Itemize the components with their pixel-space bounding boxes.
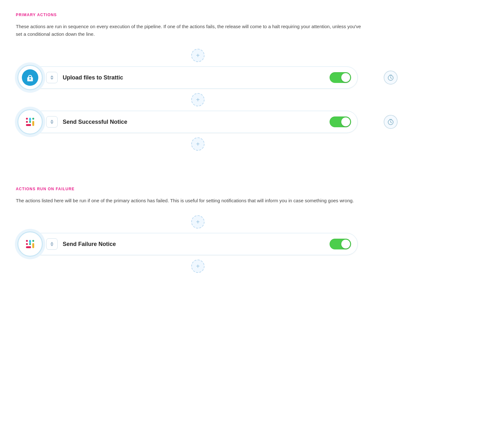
svg-rect-16: [32, 240, 34, 242]
move-handle-send-successful[interactable]: [46, 116, 58, 128]
action-label-send-failure: Send Failure Notice: [63, 241, 330, 248]
add-action-row-top-failure: +: [16, 215, 380, 229]
move-arrows-upload-strattic: [50, 75, 54, 80]
add-action-row-bottom-failure: +: [16, 260, 380, 273]
svg-rect-11: [29, 121, 31, 123]
arrow-down-icon-2: [50, 122, 54, 124]
failure-actions-title: ACTIONS RUN ON FAILURE: [16, 187, 488, 191]
svg-rect-7: [32, 118, 34, 120]
failure-actions-description: The actions listed here will be run if o…: [16, 197, 364, 204]
slack-success-icon: [22, 114, 38, 130]
svg-rect-19: [26, 246, 31, 248]
add-action-button-middle[interactable]: +: [191, 93, 205, 106]
add-action-button-bottom-primary[interactable]: +: [191, 137, 205, 151]
move-handle-send-failure[interactable]: [46, 238, 58, 250]
svg-rect-14: [26, 240, 28, 242]
svg-rect-15: [29, 240, 31, 243]
svg-rect-13: [26, 243, 28, 245]
add-action-row-top: +: [16, 49, 380, 62]
page-container: PRIMARY ACTIONS These actions are run in…: [16, 13, 488, 274]
action-icon-bg-strattic: [17, 65, 43, 90]
timer-svg-icon: [387, 74, 394, 81]
slack-svg-icon-failure: [25, 239, 35, 249]
timer-icon-upload-strattic[interactable]: [384, 71, 398, 85]
svg-rect-5: [26, 118, 28, 120]
move-arrows-send-failure: [50, 242, 54, 246]
svg-point-2: [29, 78, 31, 80]
timer-icon-send-successful[interactable]: [384, 115, 398, 129]
action-card-upload-strattic: Upload files to Strattic On: [30, 66, 358, 89]
action-icon-wrapper-slack-failure: [16, 230, 44, 258]
toggle-upload-strattic[interactable]: On: [330, 72, 351, 83]
action-row-send-successful: Send Successful Notice On: [16, 108, 380, 136]
arrow-down-icon: [50, 78, 54, 80]
section-spacer: [16, 171, 488, 187]
action-label-send-successful: Send Successful Notice: [63, 119, 330, 125]
svg-rect-9: [32, 121, 34, 126]
toggle-wrapper-upload-strattic: On: [330, 72, 351, 83]
timer-svg-icon-2: [387, 118, 394, 125]
action-card-send-failure: Send Failure Notice On: [30, 233, 358, 255]
toggle-wrapper-send-failure: On: [330, 239, 351, 249]
toggle-knob-upload-strattic: [341, 73, 350, 82]
add-action-button-top-1[interactable]: +: [191, 49, 205, 62]
toggle-knob-send-successful: [341, 117, 350, 126]
add-action-row-middle: +: [16, 93, 380, 106]
svg-rect-20: [29, 243, 31, 245]
failure-actions-pipeline: +: [16, 214, 380, 274]
action-row-send-failure: Send Failure Notice On: [16, 230, 380, 258]
strattic-svg-icon: [25, 73, 35, 82]
move-arrows-send-successful: [50, 120, 54, 124]
arrow-up-icon-2: [50, 120, 54, 122]
svg-rect-6: [29, 118, 31, 121]
primary-actions-pipeline: +: [16, 47, 380, 152]
slack-failure-icon: [22, 236, 38, 252]
primary-actions-section: PRIMARY ACTIONS These actions are run in…: [16, 13, 488, 152]
action-row-upload-strattic: Upload files to Strattic On: [16, 63, 380, 92]
toggle-wrapper-send-successful: On: [330, 116, 351, 127]
move-handle-upload-strattic[interactable]: [46, 72, 58, 83]
slack-svg-icon-success: [25, 116, 35, 127]
action-icon-bg-slack-success: [17, 109, 43, 135]
action-icon-wrapper-strattic: [16, 63, 44, 92]
add-action-button-top-failure[interactable]: +: [191, 215, 205, 229]
arrow-down-icon-3: [50, 244, 54, 246]
add-action-row-bottom-primary: +: [16, 137, 380, 151]
toggle-send-successful[interactable]: On: [330, 116, 351, 127]
strattic-icon: [22, 69, 38, 86]
failure-actions-section: ACTIONS RUN ON FAILURE The actions liste…: [16, 187, 488, 274]
action-icon-bg-slack-failure: [17, 231, 43, 257]
toggle-knob-send-failure: [341, 240, 350, 248]
arrow-up-icon: [50, 75, 54, 77]
action-label-upload-strattic: Upload files to Strattic: [63, 74, 330, 81]
toggle-send-failure[interactable]: On: [330, 239, 351, 249]
action-card-send-successful: Send Successful Notice On: [30, 111, 358, 133]
primary-actions-description: These actions are run in sequence on eve…: [16, 23, 364, 38]
svg-rect-4: [26, 121, 28, 123]
primary-actions-title: PRIMARY ACTIONS: [16, 13, 488, 17]
svg-rect-18: [32, 243, 34, 248]
svg-rect-10: [26, 124, 31, 126]
add-action-button-bottom-failure[interactable]: +: [191, 260, 205, 273]
arrow-up-icon-3: [50, 242, 54, 244]
action-icon-wrapper-slack-success: [16, 108, 44, 136]
